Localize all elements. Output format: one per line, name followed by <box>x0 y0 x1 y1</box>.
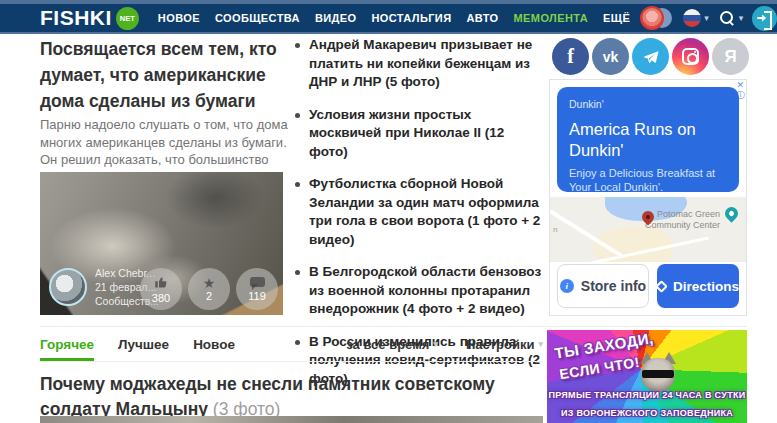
tab-new[interactable]: Новое <box>193 337 235 361</box>
featured-article-title[interactable]: Посвящается всем тем, кто думает, что ам… <box>40 36 290 114</box>
store-info-label: Store info <box>581 278 646 294</box>
nav-item-communities[interactable]: СООБЩЕСТВА <box>215 12 300 24</box>
settings-dropdown[interactable]: Настройки ▾ <box>466 337 543 352</box>
featured-article-excerpt: Парню надоело слушать о том, что дома мн… <box>40 116 290 169</box>
period-dropdown[interactable]: за всё время ▾ <box>346 337 438 352</box>
nav-item-auto[interactable]: АВТО <box>466 12 498 24</box>
settings-label: Настройки <box>466 337 535 352</box>
nav-item-more[interactable]: ЕЩЁ <box>603 12 630 24</box>
pig-avatar-icon <box>640 6 664 30</box>
favorites-button[interactable]: ★ 2 <box>188 268 230 310</box>
likes-button[interactable]: 380 <box>140 268 182 310</box>
chevron-down-icon: ▾ <box>538 340 543 349</box>
feed-filters: за всё время ▾ Настройки ▾ <box>346 337 543 352</box>
comments-button[interactable]: 119 <box>236 268 278 310</box>
directions-label: Directions <box>673 279 739 294</box>
tab-best[interactable]: Лучшее <box>118 337 169 361</box>
feed-tabs: Горячее Лучшее Новое за всё время ▾ Наст… <box>40 337 543 362</box>
theme-toggle[interactable] <box>640 6 674 30</box>
ad-card: ✕ ⓘ Dunkin' America Runs on Dunkin' Enjo… <box>549 79 747 316</box>
telegram-icon[interactable] <box>632 38 669 75</box>
top-navbar: FISHKI NET НОВОЕ СООБЩЕСТВА ВИДЕО НОСТАЛ… <box>0 0 777 34</box>
dunkin-ad-banner[interactable]: Dunkin' America Runs on Dunkin' Enjoy a … <box>557 87 739 192</box>
info-icon: i <box>560 279 574 293</box>
chevron-down-icon: ▾ <box>739 14 744 23</box>
header-icons: ▾ ▾ <box>640 6 777 31</box>
headline-item[interactable]: Условия жизни простых москвичей при Нико… <box>294 106 546 162</box>
vk-icon[interactable]: vk <box>592 38 629 75</box>
favorites-count: 2 <box>206 290 212 302</box>
likes-count: 380 <box>152 292 170 304</box>
chevron-down-icon: ▾ <box>433 340 438 349</box>
search-icon <box>718 9 736 27</box>
ad-body: Enjoy a Delicious Breakfast at Your Loca… <box>569 166 727 194</box>
russian-flag-icon <box>683 9 701 27</box>
period-label: за всё время <box>346 337 429 352</box>
promo-banner[interactable]: ТЫ ЗАХОДИ, ЕСЛИ ЧТО! ПРЯМЫЕ ТРАНСЛЯЦИИ 2… <box>547 330 747 423</box>
nav-item-nostalgia[interactable]: НОСТАЛЬГИЯ <box>371 12 451 24</box>
nav-item-video[interactable]: ВИДЕО <box>315 12 357 24</box>
author-avatar[interactable] <box>49 268 87 306</box>
featured-stats: 380 ★ 2 119 <box>140 268 278 310</box>
yandex-icon[interactable]: Я <box>712 38 749 75</box>
facebook-icon[interactable]: f <box>552 38 589 75</box>
place-marker-icon[interactable] <box>722 204 740 222</box>
headline-item[interactable]: В Белгородской области бензовоз из военн… <box>294 263 546 319</box>
logo-net-badge: NET <box>116 7 139 30</box>
section-divider <box>40 326 747 327</box>
store-info-button[interactable]: i Store info <box>557 264 649 308</box>
headline-item[interactable]: Андрей Макаревич призывает не платить ни… <box>294 36 546 92</box>
promo-line3: ПРЯМЫЕ ТРАНСЛЯЦИИ 24 ЧАСА В СУТКИ <box>548 389 745 401</box>
ad-map[interactable]: n Potomac Green Community Center <box>550 197 746 262</box>
feed-article-image-edge <box>40 416 543 423</box>
page: FISHKI NET НОВОЕ СООБЩЕСТВА ВИДЕО НОСТАЛ… <box>0 0 777 423</box>
language-selector[interactable]: ▾ <box>683 9 709 27</box>
login-icon[interactable] <box>752 6 777 31</box>
instagram-icon[interactable] <box>672 38 709 75</box>
close-icon[interactable]: ✕ <box>736 80 744 90</box>
nav-item-new[interactable]: НОВОЕ <box>158 12 200 24</box>
chevron-down-icon: ▾ <box>704 14 709 23</box>
site-logo[interactable]: FISHKI NET <box>40 6 139 30</box>
star-icon: ★ <box>203 276 216 290</box>
map-street-label: n <box>553 225 557 234</box>
promo-line4: ИЗ ВОРОНЕЖСКОГО ЗАПОВЕДНИКА <box>561 407 733 419</box>
directions-icon <box>655 280 668 293</box>
featured-photo[interactable]: Alex Chebr... 21 феврал... Сообществ... … <box>40 172 283 315</box>
feed-article-title[interactable]: Почему моджахеды не снесли памятник сове… <box>40 372 560 422</box>
search-menu[interactable]: ▾ <box>718 9 744 27</box>
ad-headline: America Runs on Dunkin' <box>569 119 727 161</box>
comments-count: 119 <box>248 290 266 302</box>
thumbs-up-icon <box>154 275 169 292</box>
logo-text: FISHKI <box>40 6 112 30</box>
camera-glyph <box>682 48 699 65</box>
directions-button[interactable]: Directions <box>657 264 739 308</box>
comment-bubble-icon <box>250 277 265 287</box>
ad-brand: Dunkin' <box>569 98 727 110</box>
headline-item[interactable]: Футболистка сборной Новой Зеландии за од… <box>294 175 546 249</box>
ad-buttons: i Store info Directions <box>557 264 739 308</box>
promo-caption: ПРЯМЫЕ ТРАНСЛЯЦИИ 24 ЧАСА В СУТКИ ИЗ ВОР… <box>547 384 747 420</box>
map-place-label: Potomac Green Community Center <box>642 209 720 231</box>
nav-item-memolenta[interactable]: МЕМОЛЕНТА <box>514 12 589 24</box>
main-nav: НОВОЕ СООБЩЕСТВА ВИДЕО НОСТАЛЬГИЯ АВТО М… <box>158 12 630 24</box>
tab-hot[interactable]: Горячее <box>40 337 94 361</box>
social-links: f vk Я <box>552 38 749 75</box>
